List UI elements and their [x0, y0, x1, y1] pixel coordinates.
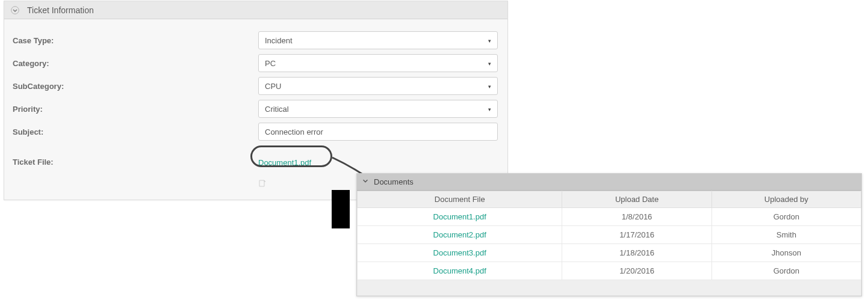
- table-row: Document2.pdf1/17/2016Smith: [358, 226, 861, 244]
- category-select[interactable]: PC ▾: [258, 54, 498, 72]
- documents-title: Documents: [374, 177, 414, 186]
- document-user: Smith: [711, 226, 861, 244]
- subject-input[interactable]: Connection error: [258, 123, 498, 141]
- case-type-value: Incident: [265, 36, 293, 45]
- document-file-link[interactable]: Document3.pdf: [433, 248, 486, 257]
- documents-th-file[interactable]: Document File: [358, 191, 562, 208]
- ticket-file-link[interactable]: Document1.pdf: [258, 158, 311, 167]
- document-file-link[interactable]: Document1.pdf: [433, 212, 486, 221]
- table-row: Document1.pdf1/8/2016Gordon: [358, 208, 861, 226]
- documents-panel: Documents Document File Upload Date Uplo…: [356, 173, 862, 296]
- priority-value: Critical: [265, 105, 289, 114]
- subcategory-value: CPU: [265, 82, 281, 91]
- case-type-label: Case Type:: [13, 36, 258, 45]
- documents-th-user[interactable]: Uploaded by: [711, 191, 861, 208]
- ticket-file-label: Ticket File:: [13, 158, 258, 167]
- priority-label: Priority:: [13, 105, 258, 114]
- chevron-down-icon[interactable]: [362, 177, 369, 186]
- caret-down-icon: ▾: [488, 60, 491, 66]
- document-date: 1/17/2016: [562, 226, 711, 244]
- documents-footer: [358, 280, 861, 296]
- category-label: Category:: [13, 59, 258, 68]
- caret-down-icon: ▾: [488, 83, 491, 89]
- documents-table: Document File Upload Date Uploaded by Do…: [357, 191, 861, 296]
- document-user: Gordon: [711, 262, 861, 280]
- case-type-select[interactable]: Incident ▾: [258, 31, 498, 49]
- subject-label: Subject:: [13, 127, 258, 136]
- document-file-link[interactable]: Document2.pdf: [433, 230, 486, 239]
- caret-down-icon: ▾: [488, 106, 491, 112]
- table-row: Document4.pdf1/20/2016Gordon: [358, 262, 861, 280]
- ticket-info-title: Ticket Information: [27, 5, 94, 15]
- priority-select[interactable]: Critical ▾: [258, 100, 498, 118]
- document-user: Gordon: [711, 208, 861, 226]
- subcategory-label: SubCategory:: [13, 82, 258, 91]
- caret-down-icon: ▾: [488, 37, 491, 43]
- table-row: Document3.pdf1/18/2016Jhonson: [358, 244, 861, 262]
- chevron-down-icon: [11, 6, 19, 14]
- subject-value: Connection error: [265, 127, 323, 136]
- document-file-link[interactable]: Document4.pdf: [433, 266, 486, 275]
- document-user: Jhonson: [711, 244, 861, 262]
- ticket-info-panel: Ticket Information Case Type: Incident ▾…: [4, 1, 508, 200]
- category-value: PC: [265, 59, 276, 68]
- ticket-info-header: Ticket Information: [4, 1, 507, 19]
- documents-header: Documents: [357, 174, 861, 191]
- collapse-toggle[interactable]: [9, 4, 21, 16]
- redaction-block: [332, 190, 350, 228]
- document-date: 1/8/2016: [562, 208, 711, 226]
- svg-point-0: [11, 6, 19, 14]
- documents-th-date[interactable]: Upload Date: [562, 191, 711, 208]
- document-date: 1/18/2016: [562, 244, 711, 262]
- subcategory-select[interactable]: CPU ▾: [258, 77, 498, 95]
- document-date: 1/20/2016: [562, 262, 711, 280]
